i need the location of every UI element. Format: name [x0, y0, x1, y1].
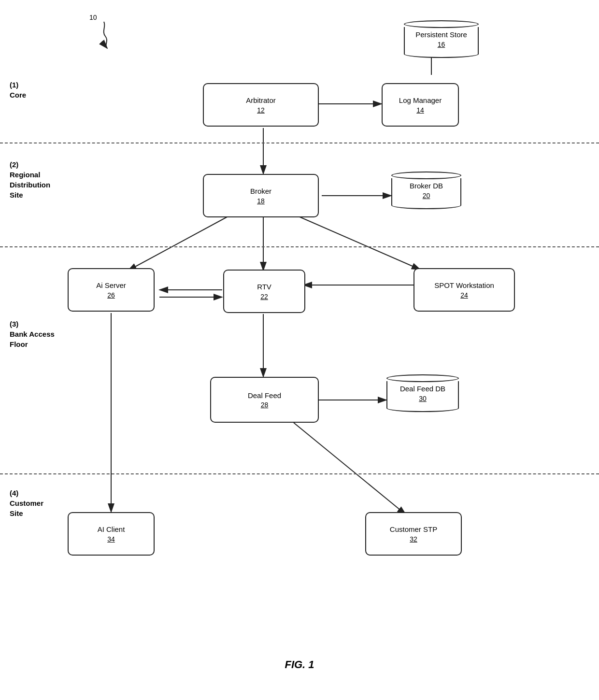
ai-client-node: AI Client 34: [68, 512, 155, 556]
broker-db-bottom-ellipse: [391, 201, 461, 209]
rtv-node: RTV 22: [223, 270, 305, 313]
broker-db-label: Broker DB: [410, 181, 443, 191]
arbitrator-num: 12: [257, 106, 265, 114]
zone-label-1: (1) Core: [10, 80, 26, 100]
broker-db-num: 20: [423, 192, 430, 200]
rtv-label: RTV: [257, 282, 271, 292]
persistent-store-body: Persistent Store 16: [404, 27, 479, 51]
deal-feed-db-label: Deal Feed DB: [400, 384, 445, 394]
spot-workstation-node: SPOT Workstation 24: [414, 268, 515, 312]
svg-line-15: [294, 423, 406, 514]
divider-2-3: [0, 246, 599, 247]
persistent-store-top-ellipse: [404, 20, 479, 28]
zone-label-2: (2) Regional Distribution Site: [10, 159, 50, 200]
broker-label: Broker: [250, 186, 271, 196]
customer-stp-label: Customer STP: [390, 525, 437, 534]
deal-feed-db-top-ellipse: [386, 374, 459, 382]
ai-client-num: 34: [107, 535, 115, 543]
deal-feed-node: Deal Feed 28: [210, 377, 319, 423]
rtv-num: 22: [260, 293, 268, 300]
deal-feed-db-body: Deal Feed DB 30: [386, 381, 459, 405]
figure-label: FIG. 1: [0, 658, 599, 671]
broker-db-body: Broker DB 20: [391, 178, 461, 202]
ai-client-label: AI Client: [98, 525, 125, 534]
svg-line-13: [128, 216, 228, 271]
deal-feed-db-num: 30: [419, 395, 427, 402]
broker-num: 18: [257, 197, 265, 205]
ai-server-num: 26: [107, 291, 115, 299]
arbitrator-node: Arbitrator 12: [203, 83, 319, 127]
broker-db-top-ellipse: [391, 171, 461, 179]
persistent-store-num: 16: [438, 41, 445, 48]
log-manager-num: 14: [416, 106, 424, 114]
persistent-store-label: Persistent Store: [415, 30, 467, 40]
ai-server-node: Ai Server 26: [68, 268, 155, 312]
arbitrator-label: Arbitrator: [246, 96, 276, 105]
broker-node: Broker 18: [203, 174, 319, 217]
divider-1-2: [0, 143, 599, 143]
persistent-store-node: Persistent Store 16: [404, 20, 479, 58]
broker-db-node: Broker DB 20: [391, 171, 461, 209]
ai-server-label: Ai Server: [96, 281, 126, 290]
ref-number: 10: [89, 14, 97, 21]
log-manager-label: Log Manager: [399, 96, 442, 105]
spot-workstation-num: 24: [460, 291, 468, 299]
deal-feed-db-bottom-ellipse: [386, 404, 459, 412]
deal-feed-num: 28: [261, 401, 269, 409]
svg-line-9: [299, 216, 420, 270]
deal-feed-db-node: Deal Feed DB 30: [386, 374, 459, 412]
persistent-store-bottom-ellipse: [404, 50, 479, 58]
customer-stp-node: Customer STP 32: [365, 512, 462, 556]
deal-feed-label: Deal Feed: [248, 391, 281, 400]
customer-stp-num: 32: [410, 535, 417, 543]
zone-label-3: (3) Bank Access Floor: [10, 319, 55, 349]
log-manager-node: Log Manager 14: [382, 83, 459, 127]
diagram-container: 10: [0, 0, 599, 700]
zone-label-4: (4) Customer Site: [10, 488, 43, 518]
divider-3-4: [0, 473, 599, 474]
spot-workstation-label: SPOT Workstation: [434, 281, 494, 290]
